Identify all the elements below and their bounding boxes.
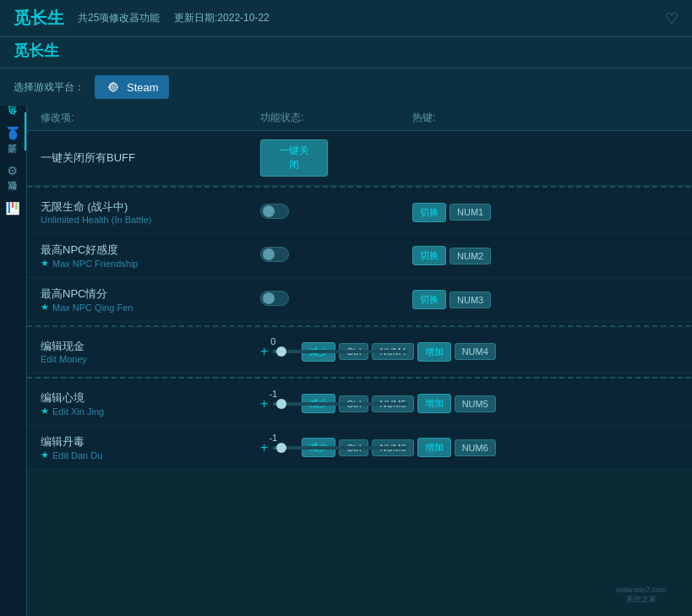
- toggle-1[interactable]: [260, 204, 289, 219]
- hotkey-action-3[interactable]: 切换: [412, 290, 446, 309]
- slider-row-1: 编辑现金 Edit Money + 0 — 减少 Ctrl: [27, 330, 692, 373]
- slider-value-3: -1: [263, 433, 283, 443]
- hotkey-group-1: 切换 NUM1: [412, 203, 678, 222]
- toggle-container-3: [260, 291, 412, 308]
- star-icon-s3: ★: [41, 450, 49, 461]
- slider-cn-3: 编辑丹毒: [41, 434, 260, 450]
- slider-en-text-2: Edit Xin Jing: [52, 406, 104, 417]
- slider-increase-label-2[interactable]: 增加: [417, 394, 451, 413]
- mod-en-text-2: Max NPC Friendship: [52, 259, 138, 269]
- mod-en-2: ★ Max NPC Friendship: [41, 258, 260, 269]
- col-hotkey: 热键:: [412, 111, 678, 125]
- sub-header: 觅长生: [0, 37, 692, 68]
- slider-row-2: 编辑心境 ★ Edit Xin Jing + -1 — 减少: [27, 382, 692, 426]
- slider-row-3: 编辑丹毒 ★ Edit Dan Du + -1 — 减少: [27, 426, 692, 470]
- star-icon-3: ★: [41, 302, 49, 313]
- slider-en-1: Edit Money: [41, 354, 260, 364]
- mod-en-1: Unlimited Health (In Battle): [41, 215, 260, 225]
- toggle-container-1: [260, 204, 412, 221]
- toggle-knob-1: [263, 205, 275, 217]
- oneclick-button-container: 一键关闭: [260, 139, 412, 177]
- toggle-knob-2: [263, 248, 275, 260]
- slider-value-2: -1: [263, 389, 283, 399]
- slider-en-text-1: Edit Money: [41, 354, 87, 364]
- favorite-icon[interactable]: ♡: [665, 9, 678, 28]
- slider-plus-1[interactable]: +: [260, 345, 268, 358]
- slider-track-3[interactable]: [273, 446, 408, 450]
- col-status: 功能状态:: [260, 111, 412, 125]
- slider-name-group-2: 编辑心境 ★ Edit Xin Jing: [41, 390, 260, 417]
- mod-cn-1: 无限生命 (战斗中): [41, 199, 260, 215]
- slider-increase-label-3[interactable]: 增加: [417, 438, 451, 457]
- toggle-container-2: [260, 247, 412, 264]
- slider-cn-1: 编辑现金: [41, 339, 260, 354]
- slider-increase-label-1[interactable]: 增加: [417, 342, 451, 362]
- slider-plus-3[interactable]: +: [260, 441, 268, 455]
- toggle-3[interactable]: [260, 291, 289, 306]
- hotkey-key-3[interactable]: NUM3: [450, 292, 491, 308]
- slider-value-1: 0: [263, 336, 283, 346]
- steam-button[interactable]: ⚙ Steam: [95, 75, 169, 99]
- toggle-knob-3: [263, 292, 275, 304]
- slider-thumb-3[interactable]: [276, 443, 286, 453]
- slider-name-group-1: 编辑现金 Edit Money: [41, 339, 260, 364]
- mod-en-text-1: Unlimited Health (In Battle): [41, 215, 151, 225]
- mod-name-group-3: 最高NPC情分 ★ Max NPC Qing Fen: [41, 286, 260, 313]
- sidebar-item-data[interactable]: 📊 数据: [0, 188, 26, 226]
- col-mod: 修改项:: [41, 111, 260, 125]
- mod-row-1: 无限生命 (战斗中) Unlimited Health (In Battle) …: [27, 191, 692, 234]
- mod-name-group-2: 最高NPC好感度 ★ Max NPC Friendship: [41, 243, 260, 269]
- slider-increase-key-3[interactable]: NUM6: [455, 439, 496, 456]
- mod-en-text-3: Max NPC Qing Fen: [52, 303, 133, 313]
- mod-row-3: 最高NPC情分 ★ Max NPC Qing Fen 切换 NUM3: [27, 278, 692, 322]
- resources-icon: ⚙: [6, 164, 19, 177]
- sidebar-item-character[interactable]: 👤 角色: [0, 112, 26, 150]
- slider-en-text-3: Edit Dan Du: [52, 450, 102, 461]
- slider-controls-3: + -1 — 减少 Ctrl NUM6 增加 NUM6: [260, 438, 678, 457]
- toggle-2[interactable]: [260, 247, 289, 262]
- slider-plus-2[interactable]: +: [260, 397, 268, 411]
- mod-count: 共25项修改器功能: [78, 12, 160, 24]
- header-meta: 共25项修改器功能 更新日期:2022-10-22: [78, 11, 651, 25]
- platform-row: 选择游戏平台： ⚙ Steam: [0, 68, 692, 106]
- slider-track-2[interactable]: [273, 402, 408, 406]
- slider-thumb-2[interactable]: [276, 399, 286, 409]
- mod-row-2: 最高NPC好感度 ★ Max NPC Friendship 切换 NUM2: [27, 234, 692, 278]
- oneclick-name: 一键关闭所有BUFF: [41, 150, 260, 166]
- slider-controls-2: + -1 — 减少 Ctrl NUM5 增加 NUM5: [260, 394, 678, 413]
- update-date: 更新日期:2022-10-22: [174, 12, 270, 24]
- column-headers: 修改项: 功能状态: 热键:: [27, 106, 692, 131]
- slider-increase-key-2[interactable]: NUM5: [455, 395, 496, 412]
- slider-en-3: ★ Edit Dan Du: [41, 450, 260, 461]
- header: 觅长生 共25项修改器功能 更新日期:2022-10-22 ♡: [0, 0, 692, 37]
- slider-en-2: ★ Edit Xin Jing: [41, 406, 260, 417]
- slider-thumb-1[interactable]: [276, 346, 286, 357]
- hotkey-key-1[interactable]: NUM1: [450, 204, 491, 221]
- sidebar: 👤 角色 ⚙ 资源 📊 数据: [0, 106, 27, 616]
- main-layout: 👤 角色 ⚙ 资源 📊 数据 修改项: 功能状态: 热键: 一键关闭所有BUFF…: [0, 106, 692, 616]
- platform-label: 选择游戏平台：: [14, 80, 84, 95]
- oneclick-button[interactable]: 一键关闭: [260, 139, 328, 177]
- steam-icon: ⚙: [105, 79, 122, 95]
- sub-title: 觅长生: [14, 42, 59, 59]
- slider-cn-2: 编辑心境: [41, 390, 260, 406]
- mod-name-group-1: 无限生命 (战斗中) Unlimited Health (In Battle): [41, 199, 260, 225]
- hotkey-group-3: 切换 NUM3: [412, 290, 678, 309]
- hotkey-group-2: 切换 NUM2: [412, 246, 678, 265]
- slider-name-group-3: 编辑丹毒 ★ Edit Dan Du: [41, 434, 260, 461]
- star-icon-s2: ★: [41, 406, 49, 417]
- content-area: 修改项: 功能状态: 热键: 一键关闭所有BUFF 一键关闭 无限生命 (战斗中…: [27, 106, 692, 616]
- mod-cn-2: 最高NPC好感度: [41, 243, 260, 258]
- mod-cn-3: 最高NPC情分: [41, 286, 260, 302]
- character-icon: 👤: [6, 126, 19, 140]
- data-icon: 📊: [6, 201, 19, 215]
- oneclick-row: 一键关闭所有BUFF 一键关闭: [27, 131, 692, 186]
- mod-en-3: ★ Max NPC Qing Fen: [41, 302, 260, 313]
- hotkey-key-2[interactable]: NUM2: [450, 248, 491, 264]
- hotkey-action-1[interactable]: 切换: [412, 203, 446, 222]
- slider-controls-1: + 0 — 减少 Ctrl NUM4 增加 NUM4: [260, 342, 678, 362]
- slider-increase-key-1[interactable]: NUM4: [455, 343, 496, 360]
- slider-track-1[interactable]: [273, 350, 408, 353]
- hotkey-action-2[interactable]: 切换: [412, 246, 446, 265]
- sidebar-item-resources[interactable]: ⚙ 资源: [0, 150, 26, 188]
